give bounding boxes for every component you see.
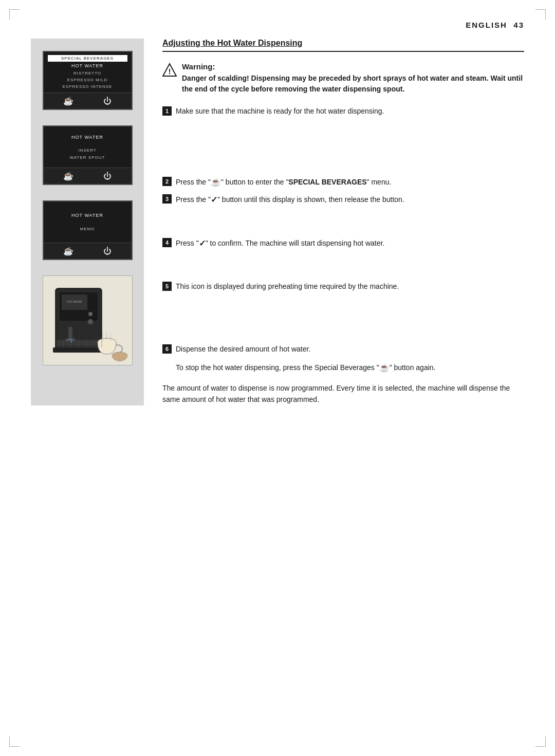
content-area: SPECIAL BEVERAGES HOT WATER RISTRETTO ES… (31, 39, 524, 405)
btn-special-bev-icon-2[interactable]: ☕ (63, 171, 73, 181)
check-icon-step4: ✓ (199, 237, 206, 250)
machine-buttons-2: ☕ ⏻ (44, 168, 132, 184)
display-screen-3: HOT WATER MEMO (44, 201, 132, 243)
step-6-text: Dispense the desired amount of hot water… (176, 344, 524, 355)
step-1-number: 1 (162, 106, 172, 116)
machine-display-2: HOT WATER INSERT WATER SPOUT ☕ ⏻ (43, 125, 133, 185)
step-2-number: 2 (162, 177, 172, 186)
page-header-text: ENGLISH 43 (466, 21, 524, 29)
coffee-machine-illustration: HOT WATER (45, 278, 130, 363)
steps-list: 1 Make sure that the machine is ready fo… (162, 106, 524, 405)
coffee-machine-photo: HOT WATER (43, 275, 133, 365)
warning-content: Warning: Danger of scalding! Dispensing … (182, 62, 524, 95)
special-bev-icon-step6: ☕ (379, 362, 390, 375)
display2-insert: INSERT (78, 147, 96, 153)
machine-display-1: SPECIAL BEVERAGES HOT WATER RISTRETTO ES… (43, 51, 133, 110)
btn-power-icon-3[interactable]: ⏻ (103, 247, 112, 256)
corner-mark-tr (535, 9, 546, 20)
spacer-display2 (162, 217, 524, 237)
step-1: 1 Make sure that the machine is ready fo… (162, 106, 524, 117)
svg-text:HOT WATER: HOT WATER (67, 300, 82, 303)
corner-mark-tl (9, 9, 20, 20)
svg-text:!: ! (169, 67, 171, 76)
svg-point-18 (88, 319, 93, 324)
page-number: 43 (513, 21, 524, 29)
display-item-espresso-intense: ESPRESSO INTENSE (63, 84, 113, 89)
display-screen-2: HOT WATER INSERT WATER SPOUT (44, 126, 132, 168)
machine-buttons-3: ☕ ⏻ (44, 243, 132, 259)
corner-mark-br (535, 736, 546, 747)
language-label: ENGLISH (466, 21, 507, 29)
check-icon-step3: ✓ (211, 194, 217, 207)
btn-special-bev-icon-1[interactable]: ☕ (63, 96, 73, 106)
display-item-special-beverages: SPECIAL BEVERAGES (48, 55, 127, 62)
step-4-number: 4 (162, 238, 172, 247)
display-screen-1: SPECIAL BEVERAGES HOT WATER RISTRETTO ES… (44, 52, 132, 93)
warning-label: Warning: (182, 62, 524, 71)
step-5-number: 5 (162, 282, 172, 291)
display-item-hot-water: HOT WATER (71, 63, 103, 69)
page-header: ENGLISH 43 (31, 21, 524, 29)
machine-display-3: HOT WATER MEMO ☕ ⏻ (43, 200, 133, 260)
step-6-sub: To stop the hot water dispensing, press … (176, 362, 524, 375)
warning-box: ! Warning: Danger of scalding! Dispensin… (162, 62, 524, 95)
svg-rect-15 (68, 327, 72, 340)
spacer-display3 (162, 261, 524, 281)
step-3-number: 3 (162, 194, 172, 204)
svg-rect-5 (53, 347, 104, 353)
main-content: Adjusting the Hot Water Dispensing ! War… (144, 39, 524, 405)
step-4-text: Press "✓" to confirm. The machine will s… (176, 237, 524, 250)
step-6: 6 Dispense the desired amount of hot wat… (162, 344, 524, 355)
final-note: The amount of water to dispense is now p… (162, 383, 524, 405)
step-4: 4 Press "✓" to confirm. The machine will… (162, 237, 524, 250)
spacer-display1 (162, 127, 524, 176)
display3-top: HOT WATER (71, 212, 103, 219)
display2-top: HOT WATER (71, 134, 103, 141)
page-wrapper: ENGLISH 43 SPECIAL BEVERAGES HOT WATER R… (0, 0, 555, 756)
warning-text: Danger of scalding! Dispensing may be pr… (182, 73, 524, 95)
special-bev-icon-step2: ☕ (211, 176, 221, 189)
section-title: Adjusting the Hot Water Dispensing (162, 39, 524, 52)
svg-point-19 (88, 312, 92, 316)
btn-power-icon-1[interactable]: ⏻ (103, 97, 112, 106)
step-1-text: Make sure that the machine is ready for … (176, 106, 524, 117)
warning-triangle-icon: ! (162, 63, 177, 77)
btn-power-icon-2[interactable]: ⏻ (103, 172, 112, 181)
step-5-text: This icon is displayed during preheating… (176, 281, 524, 292)
step-5: 5 This icon is displayed during preheati… (162, 281, 524, 292)
sidebar: SPECIAL BEVERAGES HOT WATER RISTRETTO ES… (31, 39, 144, 405)
step-6-number: 6 (162, 344, 172, 354)
spacer-photo (162, 303, 524, 344)
step-2: 2 Press the "☕" button to enter the "SPE… (162, 176, 524, 189)
btn-special-bev-icon-3[interactable]: ☕ (63, 246, 73, 256)
corner-mark-bl (9, 736, 20, 747)
step-3-text: Press the "✓" button until this display … (176, 194, 524, 207)
step-3: 3 Press the "✓" button until this displa… (162, 194, 524, 207)
warning-icon-wrap: ! (162, 63, 177, 79)
display2-water-spout: WATER SPOUT (70, 155, 105, 160)
machine-buttons-1: ☕ ⏻ (44, 93, 132, 109)
step-2-text: Press the "☕" button to enter the "SPECI… (176, 176, 524, 189)
display-item-ristretto: RISTRETTO (73, 70, 101, 76)
display-item-espresso-mild: ESPRESSO MILD (67, 77, 107, 83)
display3-memo: MEMO (80, 226, 95, 232)
